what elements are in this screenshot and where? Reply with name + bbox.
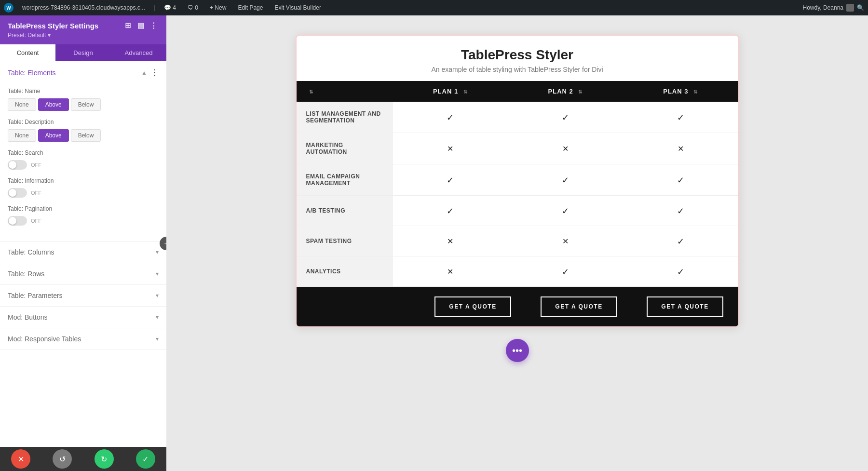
panel-tabs: Content Design Advanced bbox=[0, 44, 166, 61]
cta-plan3-button[interactable]: GET A QUOTE bbox=[647, 296, 723, 317]
cta-plan1-button[interactable]: GET A QUOTE bbox=[434, 296, 511, 317]
section-elements-content: Table: Name None Above Below Table: Desc… bbox=[0, 84, 166, 241]
admin-bar-edit-page[interactable]: Edit Page bbox=[235, 4, 266, 11]
cell-feature-0: LIST MANAGEMENT AND SEGMENTATION bbox=[297, 102, 393, 133]
table-row: ANALYTICS✕✓✓ bbox=[297, 256, 738, 287]
check-icon: ✓ bbox=[677, 237, 684, 246]
panel-header: TablePress Styler Settings ⊞ ▤ ⋮ Preset:… bbox=[0, 15, 166, 44]
section-parameters: Table: Parameters ▾ bbox=[0, 285, 166, 307]
col-header-feature: ⇅ bbox=[297, 81, 393, 102]
chevron-down-icon-buttons: ▾ bbox=[156, 314, 159, 321]
admin-bar-new[interactable]: + New bbox=[207, 4, 229, 11]
styled-table: ⇅ PLAN 1 ⇅ PLAN 2 ⇅ PLAN 3 ⇅ bbox=[297, 81, 738, 287]
panel-preset[interactable]: Preset: Default ▾ bbox=[8, 32, 159, 39]
col-sort-plan1-icon: ⇅ bbox=[463, 89, 468, 94]
table-information-toggle-row: OFF bbox=[8, 188, 159, 198]
section-elements-title: Table: Elements bbox=[8, 69, 56, 77]
cell-plan3-2: ✓ bbox=[623, 164, 738, 196]
tab-content[interactable]: Content bbox=[0, 44, 55, 61]
cell-plan3-3: ✓ bbox=[623, 196, 738, 226]
col-header-plan1: PLAN 1 ⇅ bbox=[393, 81, 508, 102]
table-name-none[interactable]: None bbox=[8, 98, 36, 111]
chevron-down-icon-rows: ▾ bbox=[156, 270, 159, 277]
section-responsive-header[interactable]: Mod: Responsive Tables ▾ bbox=[0, 328, 166, 350]
table-desc-above[interactable]: Above bbox=[38, 129, 69, 142]
table-information-toggle-label: OFF bbox=[31, 190, 41, 196]
section-columns-header[interactable]: Table: Columns ▾ bbox=[0, 242, 166, 263]
cell-feature-1: MARKETING AUTOMATION bbox=[297, 133, 393, 164]
cell-feature-5: ANALYTICS bbox=[297, 256, 393, 287]
setting-table-description: Table: Description None Above Below bbox=[8, 119, 159, 142]
section-buttons-header[interactable]: Mod: Buttons ▾ bbox=[0, 307, 166, 328]
table-search-toggle[interactable] bbox=[8, 160, 27, 170]
admin-bar-site[interactable]: wordpress-784896-3610405.cloudwaysapps.c… bbox=[19, 4, 148, 11]
cta-plan2-button[interactable]: GET A QUOTE bbox=[541, 296, 617, 317]
save-button[interactable]: ✓ bbox=[136, 449, 155, 469]
setting-table-pagination-label: Table: Pagination bbox=[8, 205, 159, 212]
check-icon: ✓ bbox=[562, 206, 569, 216]
wp-logo-icon[interactable]: W bbox=[4, 3, 14, 13]
cell-plan3-0: ✓ bbox=[623, 102, 738, 133]
cell-plan3-4: ✓ bbox=[623, 226, 738, 256]
table-desc-below[interactable]: Below bbox=[71, 129, 101, 142]
admin-bar-howdy: Howdy, Deanna 🔍 bbox=[803, 4, 865, 12]
cell-plan2-5: ✓ bbox=[508, 256, 623, 287]
admin-bar-bubbles[interactable]: 🗨 0 bbox=[185, 4, 201, 11]
panel-header-icons: ⊞ ▤ ⋮ bbox=[125, 21, 159, 30]
panel-icon-copy[interactable]: ⊞ bbox=[125, 21, 134, 30]
table-information-toggle[interactable] bbox=[8, 188, 27, 198]
search-icon[interactable]: 🔍 bbox=[857, 4, 864, 11]
section-buttons: Mod: Buttons ▾ bbox=[0, 307, 166, 328]
table-search-toggle-row: OFF bbox=[8, 160, 159, 170]
section-elements-header[interactable]: Table: Elements ▲ ⋮ bbox=[0, 61, 166, 84]
cancel-button[interactable]: ✕ bbox=[11, 449, 30, 469]
admin-bar-exit-builder[interactable]: Exit Visual Builder bbox=[271, 4, 324, 11]
table-name-below[interactable]: Below bbox=[71, 98, 101, 111]
col-header-plan3: PLAN 3 ⇅ bbox=[623, 81, 738, 102]
section-elements-more-icon[interactable]: ⋮ bbox=[151, 68, 159, 77]
admin-bar-comments[interactable]: 💬 4 bbox=[161, 4, 179, 11]
undo-button[interactable]: ↺ bbox=[53, 449, 72, 469]
table-card: TablePress Styler An example of table st… bbox=[296, 35, 739, 327]
wp-admin-bar: W wordpress-784896-3610405.cloudwaysapps… bbox=[0, 0, 868, 15]
setting-table-pagination: Table: Pagination OFF bbox=[8, 205, 159, 226]
cell-plan3-5: ✓ bbox=[623, 256, 738, 287]
tab-advanced[interactable]: Advanced bbox=[111, 44, 166, 61]
check-icon: ✓ bbox=[447, 206, 454, 216]
cross-icon: ✕ bbox=[562, 237, 569, 245]
col-sort-feature-icon: ⇅ bbox=[309, 89, 313, 94]
setting-table-information: Table: Information OFF bbox=[8, 177, 159, 198]
cell-plan2-1: ✕ bbox=[508, 133, 623, 164]
check-icon: ✓ bbox=[677, 175, 684, 185]
fab-button[interactable]: ••• bbox=[506, 339, 529, 362]
footer-cell-plan2: GET A QUOTE bbox=[526, 287, 632, 326]
check-icon: ✓ bbox=[677, 206, 684, 216]
preset-chevron-icon: ▾ bbox=[48, 32, 51, 39]
cell-plan1-1: ✕ bbox=[393, 133, 508, 164]
table-pagination-toggle-label: OFF bbox=[31, 218, 41, 224]
section-rows-title: Table: Rows bbox=[8, 270, 44, 278]
redo-button[interactable]: ↻ bbox=[95, 449, 114, 469]
table-footer: GET A QUOTE GET A QUOTE GET A QUOTE bbox=[297, 287, 738, 326]
cell-feature-2: EMAIL CAMPAIGN MANAGEMENT bbox=[297, 164, 393, 196]
table-subtitle: An example of table styling with TablePr… bbox=[312, 66, 723, 73]
table-row: EMAIL CAMPAIGN MANAGEMENT✓✓✓ bbox=[297, 164, 738, 196]
bottom-toolbar: ✕ ↺ ↻ ✓ bbox=[0, 447, 166, 471]
section-buttons-title: Mod: Buttons bbox=[8, 313, 48, 321]
panel-content: Table: Elements ▲ ⋮ Table: Name None Abo… bbox=[0, 61, 166, 447]
table-title: TablePress Styler bbox=[312, 47, 723, 63]
table-pagination-toggle[interactable] bbox=[8, 216, 27, 226]
cell-feature-4: SPAM TESTING bbox=[297, 226, 393, 256]
setting-table-name-label: Table: Name bbox=[8, 88, 159, 94]
chevron-down-icon-parameters: ▾ bbox=[156, 292, 159, 299]
section-rows-header[interactable]: Table: Rows ▾ bbox=[0, 263, 166, 284]
table-desc-none[interactable]: None bbox=[8, 129, 36, 142]
panel-icon-more[interactable]: ⋮ bbox=[150, 21, 159, 30]
section-parameters-header[interactable]: Table: Parameters ▾ bbox=[0, 285, 166, 306]
table-pagination-toggle-row: OFF bbox=[8, 216, 159, 226]
footer-cell-plan1: GET A QUOTE bbox=[420, 287, 526, 326]
tab-design[interactable]: Design bbox=[55, 44, 111, 61]
section-parameters-title: Table: Parameters bbox=[8, 292, 63, 299]
panel-icon-layout[interactable]: ▤ bbox=[137, 21, 146, 30]
table-name-above[interactable]: Above bbox=[38, 98, 69, 111]
